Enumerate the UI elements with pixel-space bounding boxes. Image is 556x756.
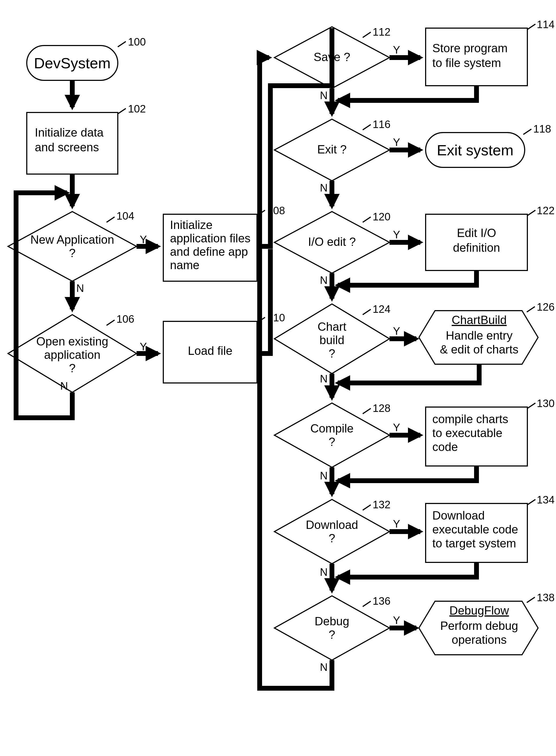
arrow-122-merge (338, 271, 477, 285)
decision-download: Download ? 132 (274, 499, 390, 564)
ref-106: 106 (116, 313, 134, 325)
terminator-devsystem-label: DevSystem (34, 55, 110, 71)
process-download: Download executable code to target syste… (426, 494, 555, 562)
ref-136: 136 (373, 595, 390, 607)
ref-118: 118 (533, 123, 551, 135)
decision-chart-l3: ? (329, 347, 335, 360)
flowchart-canvas: DevSystem 100 Initialize data and screen… (0, 0, 556, 756)
label-112-n: N (320, 90, 328, 101)
decision-download-l1: Download (306, 518, 358, 531)
process-compile-l1: compile charts (432, 412, 508, 425)
subroutine-debugflow-l1: Perform debug (440, 619, 518, 632)
subroutine-chartbuild: ChartBuild Handle entry & edit of charts… (419, 301, 555, 364)
ref-130: 130 (537, 398, 555, 409)
arrow-130-merge (338, 466, 477, 481)
ref-122: 122 (537, 205, 555, 216)
process-edit-io-l2: definition (453, 241, 500, 254)
label-104-y: Y (140, 234, 147, 245)
process-download-l2: executable code (432, 523, 518, 536)
label-106-n: N (60, 380, 68, 392)
decision-download-l2: ? (329, 531, 335, 545)
process-init: Initialize data and screens 102 (27, 103, 146, 174)
arrow-134-merge (338, 562, 477, 577)
process-download-l1: Download (432, 509, 485, 522)
label-124-n: N (320, 373, 328, 384)
decision-open-app: Open existing application ? 106 (8, 313, 137, 392)
process-init-app-l3: and define app (170, 245, 248, 258)
decision-chart-build: Chart build ? 124 (274, 303, 390, 374)
decision-new-app: New Application ? 104 (8, 210, 137, 281)
terminator-exit-l1: Exit system (437, 142, 514, 159)
decision-chart-l2: build (320, 334, 345, 347)
process-load-file-l1: Load file (188, 344, 232, 357)
label-136-n: N (320, 661, 328, 673)
decision-exit-l1: Exit ? (317, 143, 347, 156)
ref-120: 120 (373, 211, 390, 222)
process-store-l2: to file system (432, 56, 501, 69)
arrow-114-merge (338, 86, 477, 100)
process-compile-l3: code (432, 440, 458, 453)
ref-132: 132 (373, 499, 390, 510)
terminator-devsystem: DevSystem 100 (27, 36, 146, 80)
label-128-n: N (320, 470, 328, 482)
decision-debug: Debug ? 136 (274, 595, 390, 660)
label-136-y: Y (393, 614, 400, 626)
ref-112: 112 (373, 26, 390, 38)
ref-128: 128 (373, 402, 390, 414)
process-init-app-l1: Initialize (170, 218, 213, 231)
process-edit-io-l1: Edit I/O (457, 226, 496, 239)
process-init-app-l2: application files (170, 232, 250, 245)
subroutine-debugflow-l2: operations (452, 633, 507, 646)
decision-compile: Compile ? 128 (274, 402, 390, 467)
process-compile: compile charts to executable code 130 (426, 398, 555, 466)
process-store-l1: Store program (432, 41, 508, 55)
decision-exit: Exit ? 116 (274, 118, 390, 181)
ref-134: 134 (537, 494, 555, 506)
process-store: Store program to file system 114 (426, 19, 555, 86)
label-120-n: N (320, 274, 328, 286)
decision-new-app-l1: New Application (30, 233, 114, 246)
label-128-y: Y (393, 421, 400, 433)
label-112-y: Y (393, 44, 400, 56)
decision-open-app-l2: application (44, 348, 100, 361)
label-124-y: Y (393, 325, 400, 337)
decision-compile-l1: Compile (310, 422, 353, 435)
decision-chart-l1: Chart (317, 320, 346, 333)
label-120-y: Y (393, 229, 400, 240)
subroutine-chartbuild-l2: & edit of charts (440, 343, 518, 356)
decision-io-edit: I/O edit ? 120 (274, 211, 390, 273)
decision-debug-l1: Debug (315, 615, 349, 628)
decision-compile-l2: ? (329, 435, 335, 448)
ref-100: 100 (128, 36, 146, 48)
process-init-l2: and screens (35, 141, 99, 154)
label-132-y: Y (393, 518, 400, 530)
process-init-app-l4: name (170, 259, 200, 272)
ref-114: 114 (537, 19, 555, 30)
label-116-y: Y (393, 136, 400, 148)
decision-save-l1: Save ? (314, 50, 350, 64)
subroutine-debugflow-title: DebugFlow (449, 604, 509, 617)
process-init-l1: Initialize data (35, 126, 104, 139)
subroutine-chartbuild-l1: Handle entry (446, 329, 512, 342)
ref-138: 138 (537, 591, 555, 604)
label-106-y: Y (140, 341, 147, 352)
ref-104: 104 (116, 210, 134, 222)
terminator-exit: Exit system 118 (426, 123, 551, 167)
subroutine-chartbuild-title: ChartBuild (452, 313, 507, 327)
process-init-app: Initialize application files and define … (163, 205, 285, 281)
decision-debug-l2: ? (329, 628, 335, 641)
process-compile-l2: to executable (432, 426, 502, 440)
arrow-126-merge (338, 364, 479, 383)
process-edit-io: Edit I/O definition 122 (426, 205, 555, 271)
decision-open-app-l3: ? (69, 362, 75, 375)
decision-io-edit-l1: I/O edit ? (308, 235, 356, 248)
decision-new-app-l2: ? (69, 246, 75, 260)
subroutine-debugflow: DebugFlow Perform debug operations 138 (419, 591, 555, 655)
ref-102: 102 (128, 103, 146, 115)
ref-124: 124 (373, 303, 390, 315)
ref-116: 116 (373, 118, 390, 130)
decision-open-app-l1: Open existing (36, 335, 108, 348)
ref-126: 126 (537, 301, 555, 313)
label-104-n: N (76, 282, 84, 294)
process-download-l3: to target system (432, 537, 516, 550)
